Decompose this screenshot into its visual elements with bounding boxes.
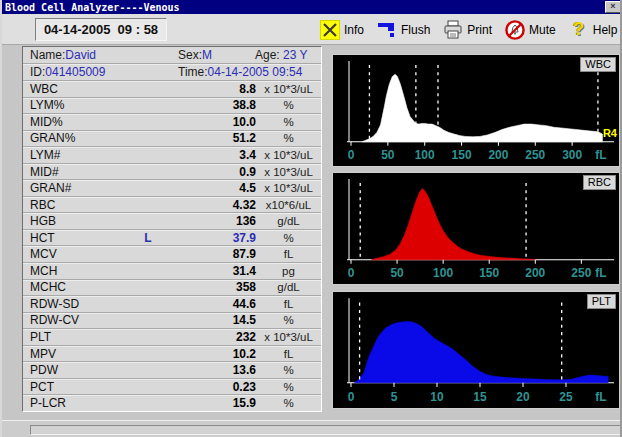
param-value: 10.2 [166,347,256,361]
status-field [30,425,621,435]
param-unit: % [256,397,321,409]
flush-button[interactable]: Flush [377,20,430,40]
param-unit: % [256,99,321,111]
svg-text:200: 200 [488,148,508,162]
mute-button[interactable]: Mute [505,20,556,40]
param-unit: x 10*3/uL [256,149,321,161]
table-row: RDW-CV 14.5 % [23,313,321,330]
rbc-chart-badge: RBC [583,175,616,190]
plt-histogram: 0510152025fL PLT [332,291,620,409]
param-unit: x 10*3/uL [256,166,321,178]
param-unit: % [256,116,321,128]
param-unit: x 10*3/uL [256,83,321,95]
svg-text:150: 150 [452,148,472,162]
patient-name: Name:David [30,48,178,62]
param-unit: % [256,364,321,376]
param-value: 15.9 [166,396,256,410]
table-row: PLT 232 x 10*3/uL [23,329,321,346]
table-row: GRAN# 4.5 x 10*3/uL [23,180,321,197]
param-value: 8.8 [166,82,256,96]
svg-text:fL: fL [595,266,606,280]
param-value: 0.23 [166,380,256,394]
param-name: PCT [30,380,130,394]
param-name: LYM% [30,98,130,112]
param-value: 3.4 [166,148,256,162]
param-name: HGB [30,214,130,228]
help-icon: ? [569,20,589,40]
param-name: MCH [30,264,130,278]
table-row: PDW 13.6 % [23,362,321,379]
patient-info-row-2: ID:041405009 Time:04-14-2005 09:54 [23,64,321,81]
param-unit: g/dL [256,281,321,293]
param-name: MID% [30,115,130,129]
print-button-label: Print [467,23,492,37]
table-row: LYM# 3.4 x 10*3/uL [23,147,321,164]
param-unit: fL [256,248,321,260]
param-value: 10.0 [166,115,256,129]
svg-text:fL: fL [595,148,606,162]
param-name: MPV [30,347,130,361]
svg-text:50: 50 [390,266,404,280]
param-value: 31.4 [166,264,256,278]
param-name: GRAN% [30,131,130,145]
param-name: GRAN# [30,181,130,195]
wbc-chart-badge: WBC [580,57,616,72]
param-flag: L [130,231,166,245]
svg-text:50: 50 [381,148,395,162]
help-button[interactable]: ? Help [569,20,618,40]
svg-text:200: 200 [525,266,545,280]
title-bar: Blood Cell Analyzer----Venous × [2,0,622,14]
status-bar [2,420,622,437]
info-button-label: Info [344,23,364,37]
patient-id: ID:041405009 [30,65,178,79]
info-icon [320,20,340,40]
param-value: 37.9 [166,231,256,245]
param-unit: fL [256,348,321,360]
table-row: RBC 4.32 x10*6/uL [23,197,321,214]
table-row: RDW-SD 44.6 fL [23,296,321,313]
close-button[interactable]: × [605,1,621,13]
table-row: MCHC 358 g/dL [23,280,321,297]
mute-button-label: Mute [529,23,556,37]
param-unit: % [256,232,321,244]
table-row: MID% 10.0 % [23,114,321,131]
param-unit: % [256,132,321,144]
main-area: Name:David Sex:M Age: 23 Y ID:041405009 … [2,45,622,420]
param-unit: pg [256,265,321,277]
svg-text:R4: R4 [603,127,618,139]
plt-chart-badge: PLT [587,294,616,309]
toolbar: 04-14-2005 09 : 58 Info Flush [2,14,622,45]
param-name: RDW-CV [30,313,130,327]
svg-text:100: 100 [415,148,435,162]
param-name: P-LCR [30,396,130,410]
svg-text:250: 250 [525,148,545,162]
info-button[interactable]: Info [320,20,364,40]
svg-text:250: 250 [571,266,591,280]
param-unit: x 10*3/uL [256,331,321,343]
param-value: 136 [166,214,256,228]
param-unit: x 10*3/uL [256,182,321,194]
svg-text:300: 300 [562,148,582,162]
sample-time: Time:04-14-2005 09:54 [178,65,321,79]
print-button[interactable]: Print [443,20,492,40]
wbc-histogram: 050100150200250300fLR4 WBC [332,54,620,167]
table-row: P-LCR 15.9 % [23,395,321,411]
param-value: 4.32 [166,198,256,212]
param-value: 51.2 [166,131,256,145]
param-name: MID# [30,165,130,179]
param-name: PLT [30,330,130,344]
flush-icon [377,20,397,40]
param-unit: fL [256,298,321,310]
rbc-histogram: 050100150200250fL RBC [332,172,620,285]
table-row: MCH 31.4 pg [23,263,321,280]
param-unit: g/dL [256,215,321,227]
window-title: Blood Cell Analyzer----Venous [2,2,180,13]
results-panel: Name:David Sex:M Age: 23 Y ID:041405009 … [22,46,322,412]
param-value: 14.5 [166,313,256,327]
svg-text:10: 10 [430,389,443,403]
param-unit: x10*6/uL [256,199,321,211]
param-name: WBC [30,82,130,96]
flush-button-label: Flush [401,23,430,37]
param-value: 358 [166,280,256,294]
plt-histogram-plot: 0510152025fL [333,292,619,408]
